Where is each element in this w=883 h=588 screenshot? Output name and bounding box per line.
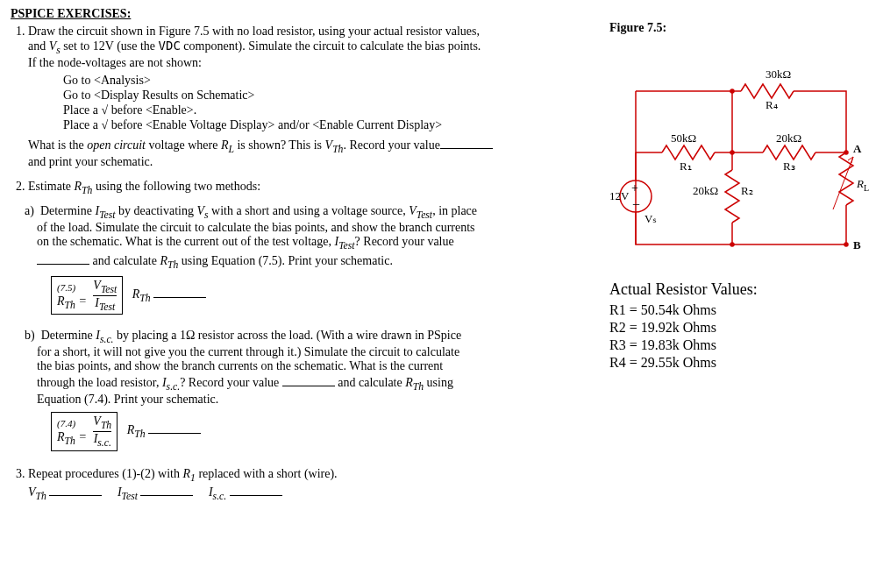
circuit-diagram: 30kΩ R₄ 50kΩ R₁ 20kΩ R₃ R₂ 20kΩ + − 12V … xyxy=(609,39,872,266)
svg-point-1 xyxy=(730,89,734,93)
svg-text:A: A xyxy=(853,142,862,155)
page-heading: PSPICE EXERCISES: xyxy=(11,7,872,21)
instruction-sublist: Go to <Analysis> Go to <Display Results … xyxy=(63,74,592,132)
svg-text:30kΩ: 30kΩ xyxy=(766,67,791,81)
question-1: Draw the circuit shown in Figure 7.5 wit… xyxy=(28,25,592,169)
actual-resistor-values: Actual Resistor Values: R1 = 50.54k Ohms… xyxy=(609,280,872,371)
blank-isc xyxy=(282,373,335,386)
blank-q3-isc xyxy=(230,483,282,496)
svg-point-4 xyxy=(844,243,848,246)
label-r2: R₂ xyxy=(741,184,753,197)
blank-rth-a xyxy=(153,285,206,298)
svg-text:B: B xyxy=(853,238,861,251)
svg-point-2 xyxy=(844,151,848,154)
equation-7-5: (7.5)RTh = VTest ITest xyxy=(51,276,123,315)
svg-text:12V: 12V xyxy=(609,189,630,202)
blank-rth-b xyxy=(148,421,201,434)
question-2: Estimate RTh using the following two met… xyxy=(28,180,592,457)
svg-point-3 xyxy=(730,243,734,246)
blank-vth xyxy=(440,136,493,149)
equation-7-4: (7.4)RTh = VTh Is.c. xyxy=(51,412,117,451)
question-3: Repeat procedures (1)-(2) with R1 replac… xyxy=(28,467,592,503)
svg-text:L: L xyxy=(864,183,869,193)
blank-itest xyxy=(37,251,89,265)
blank-q3-vth xyxy=(49,483,102,496)
label-r3: R₃ xyxy=(783,159,795,173)
svg-text:20kΩ: 20kΩ xyxy=(776,131,801,145)
actual-r4: R4 = 29.55k Ohms xyxy=(609,355,872,371)
svg-text:−: − xyxy=(632,197,640,212)
label-r1: R₁ xyxy=(680,159,692,173)
exercise-text: Draw the circuit shown in Figure 7.5 wit… xyxy=(11,21,592,513)
svg-point-0 xyxy=(730,151,734,154)
actual-r2: R2 = 19.92k Ohms xyxy=(609,320,872,336)
label-vs: Vₛ xyxy=(644,212,657,225)
actual-r3: R3 = 19.83k Ohms xyxy=(609,337,872,353)
svg-text:20kΩ: 20kΩ xyxy=(693,184,718,197)
figure-title: Figure 7.5: xyxy=(609,21,872,35)
blank-q3-itest xyxy=(140,483,193,496)
svg-text:50kΩ: 50kΩ xyxy=(671,131,696,145)
svg-text:R: R xyxy=(856,177,864,190)
svg-text:+: + xyxy=(631,181,638,195)
label-r4: R₄ xyxy=(766,98,778,111)
actual-r1: R1 = 50.54k Ohms xyxy=(609,302,872,318)
